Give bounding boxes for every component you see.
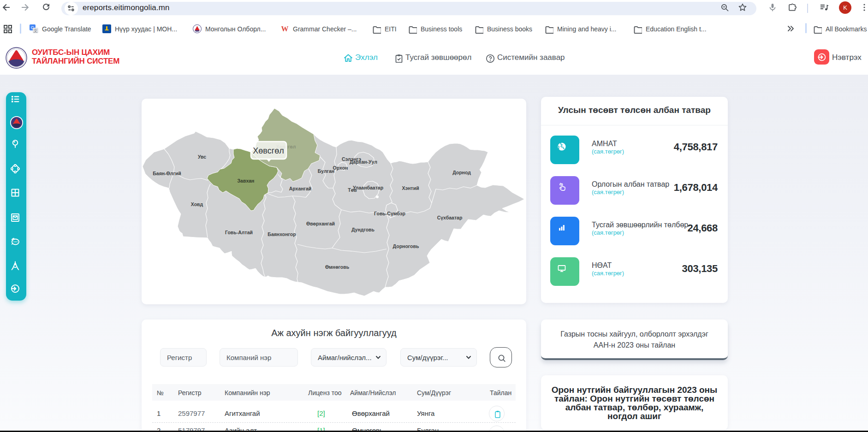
svg-text:Улаанбаатар: Улаанбаатар xyxy=(353,185,383,190)
svg-text:Булган: Булган xyxy=(318,168,334,174)
svg-text:Говь-Сүмбэр: Говь-Сүмбэр xyxy=(374,211,405,216)
svg-text:Хэнтий: Хэнтий xyxy=(402,185,419,191)
svg-text:Увс: Увс xyxy=(198,154,206,160)
svg-text:Говь-Алтай: Говь-Алтай xyxy=(225,230,253,235)
svg-text:文: 文 xyxy=(34,29,38,33)
svg-text:Ховд: Ховд xyxy=(191,201,203,207)
svg-text:Дорноговь: Дорноговь xyxy=(393,243,419,249)
svg-text:Дорнод: Дорнод xyxy=(452,170,471,175)
svg-text:Орхон: Орхон xyxy=(333,165,348,171)
svg-text:Архангай: Архангай xyxy=(289,186,312,191)
svg-text:Баянхонгор: Баянхонгор xyxy=(268,231,296,237)
svg-text:Баян-Өлгий: Баян-Өлгий xyxy=(153,171,181,176)
svg-text:Өвөрхангай: Өвөрхангай xyxy=(306,221,335,226)
svg-text:Өмнөговь: Өмнөговь xyxy=(325,264,350,270)
svg-text:Хөвсгөл: Хөвсгөл xyxy=(253,146,284,155)
svg-text:Төв: Төв xyxy=(348,187,357,193)
svg-text:Дундговь: Дундговь xyxy=(351,227,375,232)
svg-text:Дархан-Уул: Дархан-Уул xyxy=(350,159,377,165)
svg-text:Завхан: Завхан xyxy=(238,178,255,183)
svg-text:Сүхбаатар: Сүхбаатар xyxy=(437,215,463,220)
svg-text:W: W xyxy=(281,25,289,33)
